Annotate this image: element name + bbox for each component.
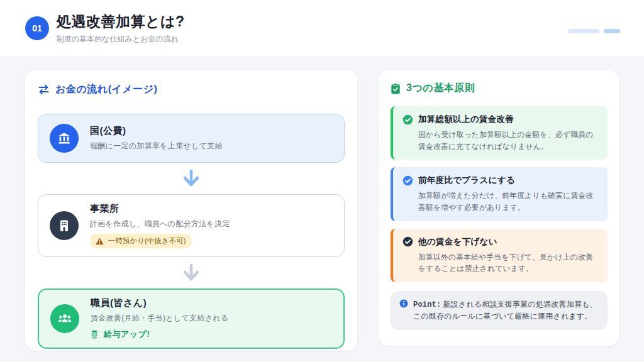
check-circle-dark-icon bbox=[402, 236, 413, 247]
principle-description: 加算以外の基本給や手当を下げて、見かけ上の改善をすることは禁止されています。 bbox=[418, 251, 599, 275]
flow-step-description: 報酬に一定の加算率を上乗せして支給 bbox=[90, 141, 223, 151]
principle-plus-over-prev-year: 前年度比でプラスにする 加算額が増えた分だけ、前年度よりも確実に賃金改善額を増や… bbox=[391, 167, 608, 221]
office-building-icon bbox=[50, 211, 79, 240]
principle-description: 加算額が増えた分だけ、前年度よりも確実に賃金改善額を増やす必要があります。 bbox=[418, 190, 599, 213]
page-subtitle: 制度の基本的な仕組みとお金の流れ bbox=[57, 34, 185, 45]
temporary-custody-label: 一時預かり(中抜き不可) bbox=[108, 236, 186, 246]
warning-triangle-icon bbox=[96, 238, 104, 245]
coins-icon bbox=[91, 330, 100, 339]
principle-wage-improvement: 加算総額以上の賃金改善 国から受け取った加算額以上の金額を、必ず職員の賃金改善に… bbox=[391, 106, 608, 160]
point-note-label: Point: bbox=[413, 300, 441, 309]
slide-header: 01 処遇改善加算とは? 制度の基本的な仕組みとお金の流れ bbox=[0, 0, 644, 57]
principle-title: 前年度比でプラスにする bbox=[418, 175, 515, 186]
flow-step-name: 国(公費) bbox=[90, 125, 223, 137]
money-flow-card: お金の流れ(イメージ) 国(公費) 報酬に一定の加算率を上乗せして支給 bbox=[25, 70, 357, 351]
money-flow-header: お金の流れ(イメージ) bbox=[38, 83, 345, 96]
flow-step-staff: 職員(皆さん) 賃金改善(月給・手当)として支給される 給与アップ! bbox=[38, 288, 345, 349]
progress-pill-light bbox=[568, 29, 599, 33]
principles-title: 3つの基本原則 bbox=[406, 82, 475, 95]
principles-header: 3つの基本原則 bbox=[391, 82, 608, 95]
principle-title: 他の賃金を下げない bbox=[418, 236, 497, 248]
people-group-icon bbox=[50, 304, 79, 333]
flow-step-description: 賃金改善(月給・手当)として支給される bbox=[91, 313, 228, 324]
header-progress-pills bbox=[568, 29, 620, 33]
bank-icon bbox=[50, 124, 79, 153]
check-circle-green-icon bbox=[402, 114, 413, 125]
check-circle-blue-icon bbox=[402, 175, 413, 186]
flow-step-text: 国(公費) 報酬に一定の加算率を上乗せして支給 bbox=[90, 125, 223, 151]
section-number-badge: 01 bbox=[25, 16, 49, 40]
flow-step-description: 計画を作成し、職員への配分方法を決定 bbox=[90, 219, 230, 229]
salary-up-row: 給与アップ! bbox=[91, 329, 228, 340]
flow-step-text: 職員(皆さん) 賃金改善(月給・手当)として支給される 給与アップ! bbox=[91, 297, 228, 340]
salary-up-label: 給与アップ! bbox=[104, 329, 150, 340]
flow-step-nation: 国(公費) 報酬に一定の加算率を上乗せして支給 bbox=[38, 114, 345, 163]
principle-title-row: 加算総額以上の賃金改善 bbox=[402, 114, 599, 125]
principle-description: 国から受け取った加算額以上の金額を、必ず職員の賃金改善に充てなければなりません。 bbox=[418, 129, 599, 152]
principles-card: 3つの基本原則 加算総額以上の賃金改善 国から受け取った加算額以上の金額を、必ず… bbox=[379, 70, 619, 346]
header-text: 処遇改善加算とは? 制度の基本的な仕組みとお金の流れ bbox=[57, 12, 185, 45]
principle-title: 加算総額以上の賃金改善 bbox=[418, 114, 514, 125]
flow-step-name: 事業所 bbox=[90, 203, 230, 215]
flow-arrow-down-blue bbox=[38, 163, 345, 194]
money-flow-diagram: 国(公費) 報酬に一定の加算率を上乗せして支給 bbox=[38, 114, 345, 349]
info-circle-icon bbox=[399, 299, 408, 308]
point-note: Point:新設される相談支援事業の処遇改善加算も、この既存のルールに基づいて厳… bbox=[391, 291, 608, 330]
temporary-custody-badge: 一時預かり(中抜き不可) bbox=[90, 234, 192, 249]
point-note-text: Point:新設される相談支援事業の処遇改善加算も、この既存のルールに基づいて厳… bbox=[413, 299, 599, 322]
flow-arrow-down-gray bbox=[38, 257, 345, 288]
flow-step-text: 事業所 計画を作成し、職員への配分方法を決定 一時預かり(中抜き不可) bbox=[90, 203, 230, 249]
principle-title-row: 前年度比でプラスにする bbox=[402, 175, 599, 186]
transfer-arrows-icon bbox=[38, 84, 50, 95]
principles-list: 加算総額以上の賃金改善 国から受け取った加算額以上の金額を、必ず職員の賃金改善に… bbox=[391, 106, 608, 282]
money-flow-title: お金の流れ(イメージ) bbox=[55, 83, 157, 96]
flow-step-name: 職員(皆さん) bbox=[91, 297, 228, 309]
principle-title-row: 他の賃金を下げない bbox=[402, 236, 599, 248]
clipboard-check-icon bbox=[391, 83, 401, 94]
principle-no-wage-cut: 他の賃金を下げない 加算以外の基本給や手当を下げて、見かけ上の改善をすることは禁… bbox=[391, 229, 608, 282]
progress-pill-dark bbox=[604, 29, 620, 33]
page-title: 処遇改善加算とは? bbox=[57, 12, 185, 31]
flow-step-office: 事業所 計画を作成し、職員への配分方法を決定 一時預かり(中抜き不可) bbox=[38, 194, 345, 257]
